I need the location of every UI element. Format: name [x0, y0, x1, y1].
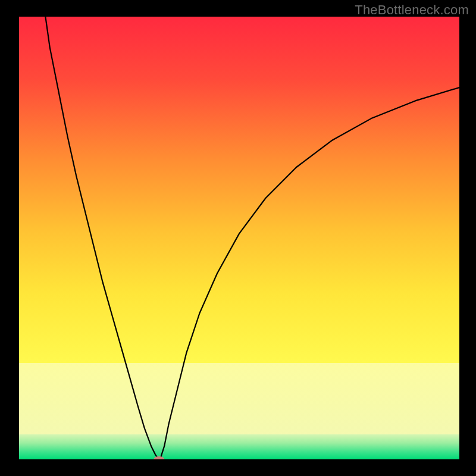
watermark-text: TheBottleneck.com [355, 2, 469, 18]
bg-gradient-main [19, 17, 459, 363]
plot-area [19, 17, 459, 459]
bg-gradient-pale [19, 363, 459, 434]
bg-gradient-green [19, 434, 459, 459]
plot-svg [19, 17, 459, 459]
chart-frame: TheBottleneck.com [0, 0, 476, 476]
